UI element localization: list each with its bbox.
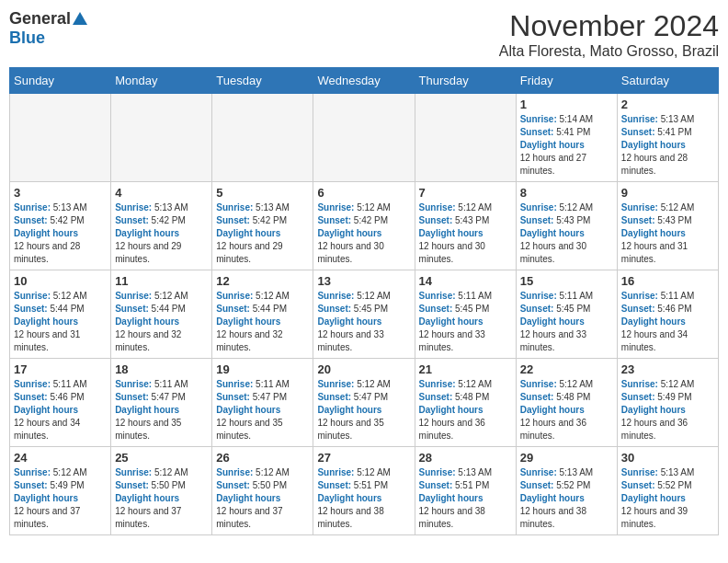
day-number: 6 [317,186,410,200]
calendar-cell: 21Sunrise: 5:12 AMSunset: 5:48 PMDayligh… [415,359,516,447]
calendar-header-saturday: Saturday [617,68,718,94]
calendar-cell: 8Sunrise: 5:12 AMSunset: 5:43 PMDaylight… [516,182,617,270]
day-number: 14 [419,274,512,288]
day-info: Sunrise: 5:13 AMSunset: 5:42 PMDaylight … [115,201,208,266]
day-info: Sunrise: 5:12 AMSunset: 5:44 PMDaylight … [14,290,107,354]
calendar-cell: 15Sunrise: 5:11 AMSunset: 5:45 PMDayligh… [516,270,617,359]
day-info: Sunrise: 5:11 AMSunset: 5:46 PMDaylight … [14,378,107,442]
calendar-cell: 26Sunrise: 5:12 AMSunset: 5:50 PMDayligh… [212,447,313,535]
calendar-cell: 9Sunrise: 5:12 AMSunset: 5:43 PMDaylight… [617,182,718,270]
calendar-header-friday: Friday [516,68,617,94]
day-info: Sunrise: 5:13 AMSunset: 5:41 PMDaylight … [621,113,714,178]
calendar-cell: 13Sunrise: 5:12 AMSunset: 5:45 PMDayligh… [313,270,415,359]
day-info: Sunrise: 5:11 AMSunset: 5:45 PMDaylight … [520,290,613,354]
day-number: 15 [520,274,613,288]
calendar-week-1: 1Sunrise: 5:14 AMSunset: 5:41 PMDaylight… [10,94,719,182]
day-info: Sunrise: 5:12 AMSunset: 5:44 PMDaylight … [115,290,208,354]
day-info: Sunrise: 5:12 AMSunset: 5:48 PMDaylight … [520,378,613,442]
day-info: Sunrise: 5:12 AMSunset: 5:50 PMDaylight … [216,466,309,531]
calendar-cell: 5Sunrise: 5:13 AMSunset: 5:42 PMDaylight… [212,182,313,270]
calendar-cell [111,94,212,182]
page-header: General Blue November 2024 Alta Floresta… [9,9,719,60]
day-info: Sunrise: 5:12 AMSunset: 5:43 PMDaylight … [419,201,512,266]
calendar-table: SundayMondayTuesdayWednesdayThursdayFrid… [9,67,719,535]
day-info: Sunrise: 5:12 AMSunset: 5:51 PMDaylight … [317,466,410,531]
calendar-header-sunday: Sunday [10,68,111,94]
day-number: 20 [317,362,410,376]
logo-general-text: General [9,9,71,29]
day-info: Sunrise: 5:13 AMSunset: 5:51 PMDaylight … [419,466,512,531]
day-number: 21 [419,362,512,376]
day-info: Sunrise: 5:12 AMSunset: 5:49 PMDaylight … [14,466,107,531]
calendar-cell: 6Sunrise: 5:12 AMSunset: 5:42 PMDaylight… [313,182,415,270]
day-number: 5 [216,186,309,200]
calendar-cell: 4Sunrise: 5:13 AMSunset: 5:42 PMDaylight… [111,182,212,270]
day-info: Sunrise: 5:14 AMSunset: 5:41 PMDaylight … [520,113,613,178]
calendar-cell: 27Sunrise: 5:12 AMSunset: 5:51 PMDayligh… [313,447,415,535]
day-number: 25 [115,451,208,465]
calendar-cell: 2Sunrise: 5:13 AMSunset: 5:41 PMDaylight… [617,94,718,182]
calendar-cell [313,94,415,182]
logo-blue-text: Blue [9,29,45,48]
calendar-header-row: SundayMondayTuesdayWednesdayThursdayFrid… [10,68,719,94]
calendar-cell: 3Sunrise: 5:13 AMSunset: 5:42 PMDaylight… [10,182,111,270]
calendar-cell: 23Sunrise: 5:12 AMSunset: 5:49 PMDayligh… [617,359,718,447]
day-number: 2 [621,98,714,111]
day-info: Sunrise: 5:13 AMSunset: 5:42 PMDaylight … [216,201,309,266]
calendar-cell [415,94,516,182]
calendar-header-monday: Monday [111,68,212,94]
day-number: 24 [14,451,107,465]
day-info: Sunrise: 5:12 AMSunset: 5:42 PMDaylight … [317,201,410,266]
month-title: November 2024 [499,9,719,43]
calendar-cell: 22Sunrise: 5:12 AMSunset: 5:48 PMDayligh… [516,359,617,447]
calendar-header-wednesday: Wednesday [313,68,415,94]
day-info: Sunrise: 5:12 AMSunset: 5:47 PMDaylight … [317,378,410,442]
calendar-header-thursday: Thursday [415,68,516,94]
calendar-cell: 16Sunrise: 5:11 AMSunset: 5:46 PMDayligh… [617,270,718,359]
calendar-cell: 18Sunrise: 5:11 AMSunset: 5:47 PMDayligh… [111,359,212,447]
day-number: 13 [317,274,410,288]
day-number: 9 [621,186,714,200]
day-number: 3 [14,186,107,200]
day-info: Sunrise: 5:12 AMSunset: 5:45 PMDaylight … [317,290,410,354]
location-title: Alta Floresta, Mato Grosso, Brazil [499,43,719,60]
calendar-cell: 30Sunrise: 5:13 AMSunset: 5:52 PMDayligh… [617,447,718,535]
day-info: Sunrise: 5:11 AMSunset: 5:47 PMDaylight … [115,378,208,442]
calendar-cell: 28Sunrise: 5:13 AMSunset: 5:51 PMDayligh… [415,447,516,535]
day-number: 12 [216,274,309,288]
calendar-week-2: 3Sunrise: 5:13 AMSunset: 5:42 PMDaylight… [10,182,719,270]
day-info: Sunrise: 5:13 AMSunset: 5:42 PMDaylight … [14,201,107,266]
day-number: 18 [115,362,208,376]
calendar-week-3: 10Sunrise: 5:12 AMSunset: 5:44 PMDayligh… [10,270,719,359]
day-info: Sunrise: 5:13 AMSunset: 5:52 PMDaylight … [520,466,613,531]
day-info: Sunrise: 5:12 AMSunset: 5:43 PMDaylight … [520,201,613,266]
day-number: 23 [621,362,714,376]
calendar-cell: 12Sunrise: 5:12 AMSunset: 5:44 PMDayligh… [212,270,313,359]
day-number: 4 [115,186,208,200]
day-info: Sunrise: 5:11 AMSunset: 5:46 PMDaylight … [621,290,714,354]
day-number: 8 [520,186,613,200]
day-number: 1 [520,98,613,111]
calendar-cell: 24Sunrise: 5:12 AMSunset: 5:49 PMDayligh… [10,447,111,535]
title-section: November 2024 Alta Floresta, Mato Grosso… [499,9,719,60]
day-number: 26 [216,451,309,465]
calendar-cell [10,94,111,182]
calendar-cell: 10Sunrise: 5:12 AMSunset: 5:44 PMDayligh… [10,270,111,359]
calendar-header-tuesday: Tuesday [212,68,313,94]
calendar-cell [212,94,313,182]
day-number: 10 [14,274,107,288]
calendar-cell: 1Sunrise: 5:14 AMSunset: 5:41 PMDaylight… [516,94,617,182]
day-number: 28 [419,451,512,465]
day-number: 27 [317,451,410,465]
day-number: 29 [520,451,613,465]
calendar-cell: 17Sunrise: 5:11 AMSunset: 5:46 PMDayligh… [10,359,111,447]
calendar-cell: 29Sunrise: 5:13 AMSunset: 5:52 PMDayligh… [516,447,617,535]
day-info: Sunrise: 5:13 AMSunset: 5:52 PMDaylight … [621,466,714,531]
day-info: Sunrise: 5:12 AMSunset: 5:49 PMDaylight … [621,378,714,442]
logo: General Blue [9,9,87,48]
day-info: Sunrise: 5:11 AMSunset: 5:47 PMDaylight … [216,378,309,442]
calendar-cell: 7Sunrise: 5:12 AMSunset: 5:43 PMDaylight… [415,182,516,270]
day-number: 16 [621,274,714,288]
calendar-week-5: 24Sunrise: 5:12 AMSunset: 5:49 PMDayligh… [10,447,719,535]
day-number: 11 [115,274,208,288]
